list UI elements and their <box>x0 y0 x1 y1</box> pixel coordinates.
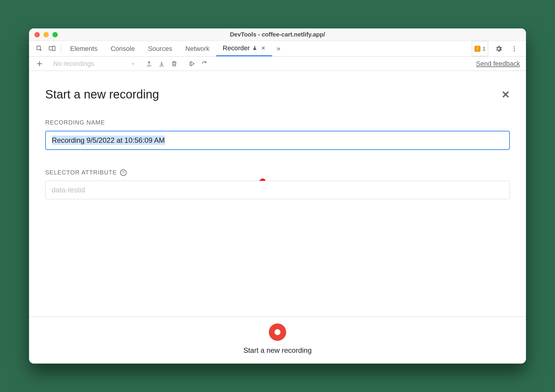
delete-icon[interactable] <box>168 57 181 71</box>
new-recording-panel: Start a new recording ✕ RECORDING NAME R… <box>29 71 526 317</box>
devtools-window: DevTools - coffee-cart.netlify.app/ Elem… <box>29 28 526 364</box>
tab-recorder[interactable]: Recorder ✕ <box>216 41 272 56</box>
device-toolbar-icon[interactable] <box>46 41 58 56</box>
tab-label: Recorder <box>223 44 250 52</box>
send-feedback-link[interactable]: Send feedback <box>476 60 520 68</box>
recording-name-input[interactable]: Recording 9/5/2022 at 10:56:09 AM <box>45 131 510 150</box>
svg-rect-2 <box>53 46 55 51</box>
tab-label: Elements <box>70 45 98 53</box>
settings-icon[interactable] <box>492 41 505 56</box>
traffic-lights <box>34 32 58 37</box>
tab-close-icon[interactable]: ✕ <box>261 45 266 51</box>
warning-icon: ! <box>474 46 480 52</box>
chevron-down-icon <box>131 61 135 66</box>
help-icon[interactable]: ? <box>120 169 127 176</box>
window-title: DevTools - coffee-cart.netlify.app/ <box>29 31 526 38</box>
selector-attribute-input[interactable]: data-testid <box>45 181 510 199</box>
recordings-dropdown[interactable]: No recordings <box>51 60 138 68</box>
replay-icon[interactable] <box>186 57 198 71</box>
recording-name-value: Recording 9/5/2022 at 10:56:09 AM <box>52 136 165 145</box>
footer: Start a new recording <box>29 317 526 364</box>
selector-label-text: SELECTOR ATTRIBUTE <box>45 169 117 176</box>
selector-attribute-label: SELECTOR ATTRIBUTE ? <box>45 169 510 176</box>
tab-console[interactable]: Console <box>104 41 142 56</box>
start-recording-button[interactable] <box>269 323 286 341</box>
window-zoom-button[interactable] <box>52 32 58 37</box>
import-icon[interactable] <box>155 57 168 71</box>
export-icon[interactable] <box>143 57 155 71</box>
window-minimize-button[interactable] <box>43 32 49 37</box>
separator <box>61 44 61 53</box>
svg-point-3 <box>514 46 515 47</box>
warnings-badge[interactable]: ! 1 <box>472 41 488 56</box>
add-recording-icon[interactable] <box>33 57 46 71</box>
titlebar: DevTools - coffee-cart.netlify.app/ <box>29 28 526 41</box>
inspect-element-icon[interactable] <box>33 41 46 56</box>
window-close-button[interactable] <box>34 32 40 37</box>
flask-icon <box>252 45 257 51</box>
devtools-tabs: Elements Console Sources Network Recorde… <box>29 41 526 57</box>
tab-label: Console <box>111 45 135 53</box>
selector-attribute-field: SELECTOR ATTRIBUTE ? data-testid <box>45 169 510 199</box>
close-panel-icon[interactable]: ✕ <box>501 89 510 100</box>
recorder-content: Start a new recording ✕ RECORDING NAME R… <box>29 71 526 364</box>
svg-point-4 <box>514 48 515 49</box>
dropdown-label: No recordings <box>53 60 94 68</box>
recording-name-field: RECORDING NAME Recording 9/5/2022 at 10:… <box>45 119 510 150</box>
replay-settings-icon[interactable] <box>198 57 211 71</box>
warnings-count: 1 <box>482 45 486 52</box>
panel-header: Start a new recording ✕ <box>45 88 510 101</box>
panel-title: Start a new recording <box>45 88 159 101</box>
tab-label: Network <box>185 45 210 53</box>
recording-name-label: RECORDING NAME <box>45 119 510 126</box>
tab-elements[interactable]: Elements <box>63 41 104 56</box>
record-icon <box>275 329 280 335</box>
tab-label: Sources <box>148 45 172 53</box>
footer-label: Start a new recording <box>243 346 312 355</box>
kebab-menu-icon[interactable] <box>508 41 521 56</box>
svg-point-5 <box>514 50 515 51</box>
more-tabs-icon[interactable]: » <box>272 41 285 56</box>
svg-rect-1 <box>49 47 53 50</box>
tab-network[interactable]: Network <box>179 41 216 56</box>
recorder-toolbar: No recordings Send feedback <box>29 57 526 71</box>
tab-sources[interactable]: Sources <box>141 41 179 56</box>
